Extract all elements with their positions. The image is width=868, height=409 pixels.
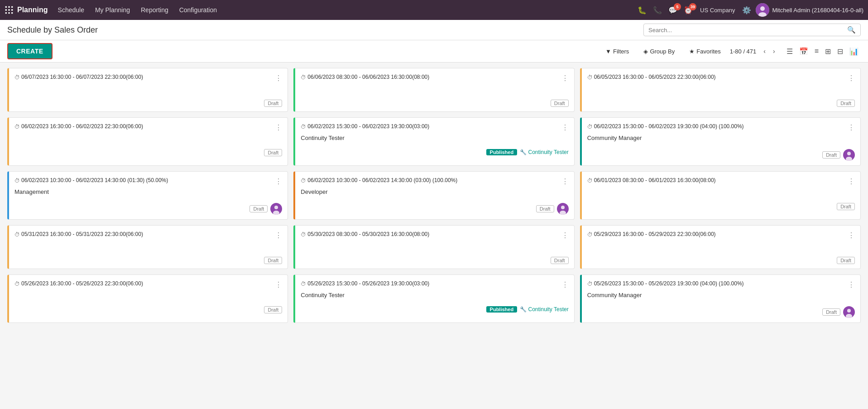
card-time-text: 06/02/2023 15:30:00 - 06/02/2023 19:30:0…	[594, 123, 744, 130]
card-time: ⏱ 05/26/2023 15:30:00 - 05/26/2023 19:30…	[301, 280, 558, 287]
kanban-card[interactable]: ⏱ 05/26/2023 16:30:00 - 05/26/2023 22:30…	[7, 274, 288, 323]
card-menu-button[interactable]: ⋮	[275, 280, 282, 289]
kanban-card[interactable]: ⏱ 05/26/2023 15:30:00 - 05/26/2023 19:30…	[293, 274, 574, 323]
card-time: ⏱ 06/02/2023 10:30:00 - 06/02/2023 14:30…	[301, 177, 558, 184]
filters-button[interactable]: ▼ Filters	[602, 46, 633, 57]
card-time: ⏱ 06/05/2023 16:30:00 - 06/05/2023 22:30…	[587, 74, 845, 81]
card-time: ⏱ 05/29/2023 16:30:00 - 05/29/2023 22:30…	[587, 231, 845, 238]
card-label: Developer	[301, 188, 568, 195]
card-menu-button[interactable]: ⋮	[848, 74, 855, 82]
card-menu-button[interactable]: ⋮	[275, 74, 282, 82]
card-body: Community Manager	[587, 135, 855, 145]
nav-configuration[interactable]: Configuration	[175, 5, 221, 15]
nav-reporting[interactable]: Reporting	[136, 5, 173, 15]
chat-badge: 5	[674, 3, 681, 10]
calendar-view-button[interactable]: 📅	[797, 46, 810, 57]
phone-icon[interactable]: 📞	[651, 4, 664, 16]
card-menu-button[interactable]: ⋮	[848, 123, 855, 132]
card-menu-button[interactable]: ⋮	[561, 231, 569, 240]
app-logo[interactable]: Planning	[5, 5, 48, 14]
draft-badge: Draft	[837, 203, 855, 210]
kanban-card[interactable]: ⏱ 06/02/2023 15:30:00 - 06/02/2023 19:30…	[580, 117, 861, 166]
svg-point-16	[274, 206, 278, 209]
search-bar[interactable]: 🔍	[643, 24, 861, 36]
card-time-text: 06/02/2023 10:30:00 - 06/02/2023 14:30:0…	[307, 177, 457, 183]
card-menu-button[interactable]: ⋮	[561, 123, 569, 132]
chart-view-button[interactable]: 📊	[847, 46, 861, 57]
create-button[interactable]: CREATE	[7, 43, 53, 59]
card-avatar	[843, 306, 855, 318]
settings-icon[interactable]: ⚙️	[740, 4, 753, 16]
card-header: ⏱ 06/05/2023 16:30:00 - 06/05/2023 22:30…	[587, 74, 855, 82]
svg-point-13	[847, 152, 851, 155]
pagination-info: 1-80 / 471	[730, 48, 757, 55]
card-menu-button[interactable]: ⋮	[275, 231, 282, 240]
filter-icon: ▼	[605, 48, 611, 55]
card-time-text: 06/02/2023 16:30:00 - 06/02/2023 22:30:0…	[21, 123, 143, 130]
app-name: Planning	[17, 6, 48, 14]
card-header: ⏱ 06/02/2023 10:30:00 - 06/02/2023 14:30…	[301, 177, 568, 186]
card-menu-button[interactable]: ⋮	[275, 123, 282, 132]
card-footer: Draft	[301, 257, 568, 264]
chat-icon[interactable]: 💬 5	[667, 4, 679, 16]
card-avatar	[270, 203, 282, 215]
grid-icon	[5, 5, 14, 14]
clock-icon: ⏱	[14, 178, 20, 184]
detail-view-button[interactable]: ≡	[812, 46, 821, 57]
card-header: ⏱ 05/26/2023 16:30:00 - 05/26/2023 22:30…	[14, 280, 282, 289]
bug-icon[interactable]: 🐛	[636, 4, 648, 16]
svg-rect-6	[5, 12, 7, 14]
kanban-view-button[interactable]: ⊞	[823, 46, 833, 57]
list-view-button[interactable]: ☰	[784, 46, 795, 57]
draft-badge: Draft	[822, 151, 840, 159]
card-menu-button[interactable]: ⋮	[561, 280, 569, 289]
favorites-button[interactable]: ★ Favorites	[686, 46, 724, 57]
kanban-card[interactable]: ⏱ 05/31/2023 16:30:00 - 05/31/2023 22:30…	[7, 225, 288, 269]
groupby-button[interactable]: ◈ Group By	[640, 46, 678, 57]
filters-label: Filters	[613, 48, 629, 55]
user-menu[interactable]: Mitchell Admin (21680404-16-0-all)	[756, 3, 863, 17]
draft-badge: Draft	[536, 205, 554, 212]
card-menu-button[interactable]: ⋮	[848, 231, 855, 240]
kanban-card[interactable]: ⏱ 06/02/2023 15:30:00 - 06/02/2023 19:30…	[293, 117, 574, 166]
nav-schedule[interactable]: Schedule	[53, 5, 89, 15]
card-menu-button[interactable]: ⋮	[561, 177, 569, 186]
svg-rect-7	[8, 12, 10, 14]
card-header: ⏱ 06/07/2023 16:30:00 - 06/07/2023 22:30…	[14, 74, 282, 82]
card-header: ⏱ 05/26/2023 15:30:00 - 05/26/2023 19:30…	[587, 280, 855, 289]
card-label: Continuity Tester	[301, 292, 568, 298]
card-header: ⏱ 06/06/2023 08:30:00 - 06/06/2023 16:30…	[301, 74, 568, 82]
nav-myplanning[interactable]: My Planning	[91, 5, 134, 15]
activity-icon[interactable]: ⏰ 39	[682, 4, 695, 16]
toolbar: CREATE ▼ Filters ◈ Group By ★ Favorites …	[0, 40, 868, 63]
card-menu-button[interactable]: ⋮	[275, 177, 282, 186]
kanban-card[interactable]: ⏱ 06/07/2023 16:30:00 - 06/07/2023 22:30…	[7, 68, 288, 112]
subheader: Schedule by Sales Order 🔍	[0, 20, 868, 40]
kanban-card[interactable]: ⏱ 06/05/2023 16:30:00 - 06/05/2023 22:30…	[580, 68, 861, 112]
kanban-card[interactable]: ⏱ 06/02/2023 10:30:00 - 06/02/2023 14:30…	[293, 171, 574, 220]
svg-rect-4	[8, 9, 10, 10]
card-menu-button[interactable]: ⋮	[848, 280, 855, 289]
svg-rect-3	[5, 9, 7, 10]
card-body	[301, 242, 568, 253]
table-view-button[interactable]: ⊟	[835, 46, 845, 57]
card-body	[587, 188, 855, 199]
card-menu-button[interactable]: ⋮	[561, 74, 569, 82]
kanban-card[interactable]: ⏱ 06/06/2023 08:30:00 - 06/06/2023 16:30…	[293, 68, 574, 112]
groupby-icon: ◈	[643, 48, 648, 55]
avatar	[756, 3, 769, 17]
kanban-card[interactable]: ⏱ 06/02/2023 16:30:00 - 06/02/2023 22:30…	[7, 117, 288, 166]
search-icon[interactable]: 🔍	[847, 26, 856, 34]
draft-badge: Draft	[264, 257, 282, 264]
prev-page-button[interactable]: ‹	[762, 47, 767, 56]
kanban-card[interactable]: ⏱ 05/26/2023 15:30:00 - 05/26/2023 19:30…	[580, 274, 861, 323]
company-name[interactable]: US Company	[700, 7, 735, 14]
kanban-card[interactable]: ⏱ 05/30/2023 08:30:00 - 05/30/2023 16:30…	[293, 225, 574, 269]
kanban-card[interactable]: ⏱ 06/02/2023 10:30:00 - 06/02/2023 14:30…	[7, 171, 288, 220]
next-page-button[interactable]: ›	[771, 47, 777, 56]
kanban-card[interactable]: ⏱ 05/29/2023 16:30:00 - 05/29/2023 22:30…	[580, 225, 861, 269]
search-input[interactable]	[648, 27, 847, 34]
card-time-text: 05/26/2023 15:30:00 - 05/26/2023 19:30:0…	[307, 280, 429, 287]
kanban-card[interactable]: ⏱ 06/01/2023 08:30:00 - 06/01/2023 16:30…	[580, 171, 861, 220]
card-menu-button[interactable]: ⋮	[848, 177, 855, 186]
